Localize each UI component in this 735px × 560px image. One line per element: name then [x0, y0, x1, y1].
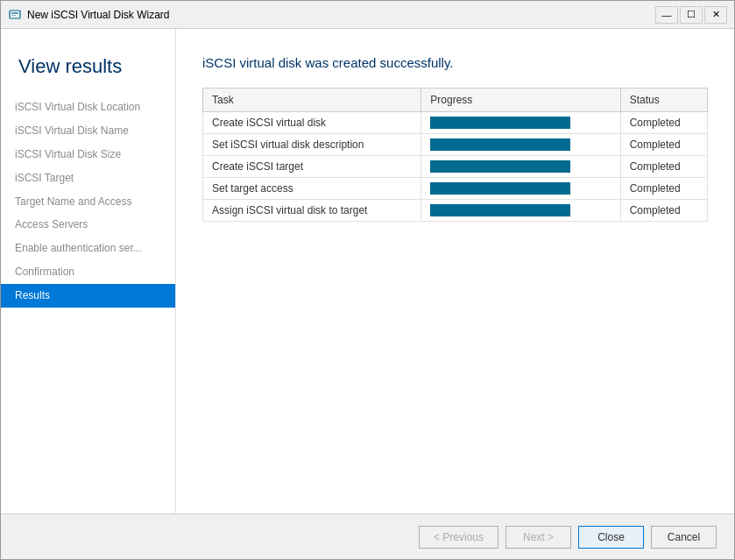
progress-bar-container [430, 160, 570, 173]
success-message: iSCSI virtual disk was created successfu… [202, 55, 708, 70]
maximize-button[interactable]: ☐ [680, 6, 703, 24]
table-row: Assign iSCSI virtual disk to targetCompl… [203, 200, 708, 222]
progress-bar-container [430, 138, 570, 151]
status-cell: Completed [620, 134, 707, 156]
progress-bar-fill [430, 204, 570, 216]
sidebar-title: View results [1, 46, 175, 96]
window-title: New iSCSI Virtual Disk Wizard [27, 9, 655, 21]
progress-bar-container [430, 182, 570, 195]
task-cell: Create iSCSI target [203, 156, 421, 178]
status-cell: Completed [620, 178, 707, 200]
table-row: Create iSCSI virtual diskCompleted [203, 112, 708, 134]
results-table: Task Progress Status Create iSCSI virtua… [202, 88, 708, 222]
status-cell: Completed [620, 156, 707, 178]
footer: < Previous Next > Close Cancel [1, 514, 734, 559]
sidebar-item-iscsi-target[interactable]: iSCSI Target [1, 167, 175, 190]
minimize-button[interactable]: — [655, 6, 678, 24]
previous-button[interactable]: < Previous [419, 526, 498, 549]
task-cell: Create iSCSI virtual disk [203, 112, 421, 134]
svg-rect-1 [11, 12, 18, 14]
sidebar: View results iSCSI Virtual Disk Location… [1, 29, 176, 514]
progress-bar-fill [430, 117, 570, 129]
progress-cell [421, 178, 620, 200]
sidebar-item-iscsi-name[interactable]: iSCSI Virtual Disk Name [1, 119, 175, 143]
progress-cell [421, 112, 620, 134]
next-button[interactable]: Next > [505, 526, 571, 549]
task-cell: Set iSCSI virtual disk description [203, 134, 421, 156]
wizard-window: New iSCSI Virtual Disk Wizard — ☐ ✕ View… [0, 0, 735, 560]
close-window-button[interactable]: ✕ [704, 6, 727, 24]
status-cell: Completed [620, 112, 707, 134]
svg-rect-2 [11, 15, 16, 16]
sidebar-item-iscsi-location[interactable]: iSCSI Virtual Disk Location [1, 96, 175, 119]
task-cell: Assign iSCSI virtual disk to target [203, 200, 421, 222]
sidebar-item-enable-auth[interactable]: Enable authentication ser... [1, 237, 175, 260]
progress-cell [421, 200, 620, 222]
status-cell: Completed [620, 200, 707, 222]
task-cell: Set target access [203, 178, 421, 200]
sidebar-item-results[interactable]: Results [1, 284, 175, 308]
svg-rect-0 [10, 11, 20, 18]
close-button[interactable]: Close [578, 526, 644, 549]
col-task: Task [203, 89, 421, 112]
main-content: iSCSI virtual disk was created successfu… [176, 29, 734, 514]
title-bar: New iSCSI Virtual Disk Wizard — ☐ ✕ [1, 1, 734, 29]
table-row: Create iSCSI targetCompleted [203, 156, 708, 178]
col-progress: Progress [421, 89, 620, 112]
progress-cell [421, 156, 620, 178]
sidebar-item-confirmation[interactable]: Confirmation [1, 260, 175, 284]
progress-bar-fill [430, 160, 570, 173]
cancel-button[interactable]: Cancel [651, 526, 717, 549]
progress-bar-container [430, 204, 570, 216]
content-area: View results iSCSI Virtual Disk Location… [1, 29, 734, 514]
progress-cell [421, 134, 620, 156]
progress-bar-fill [430, 138, 570, 151]
progress-bar-container [430, 117, 570, 129]
progress-bar-fill [430, 182, 570, 195]
col-status: Status [620, 89, 707, 112]
app-icon [8, 8, 22, 22]
sidebar-item-iscsi-size[interactable]: iSCSI Virtual Disk Size [1, 143, 175, 167]
window-controls: — ☐ ✕ [655, 6, 727, 24]
sidebar-item-target-name-access[interactable]: Target Name and Access [1, 190, 175, 214]
table-row: Set target accessCompleted [203, 178, 708, 200]
sidebar-item-access-servers[interactable]: Access Servers [1, 213, 175, 237]
table-row: Set iSCSI virtual disk descriptionComple… [203, 134, 708, 156]
